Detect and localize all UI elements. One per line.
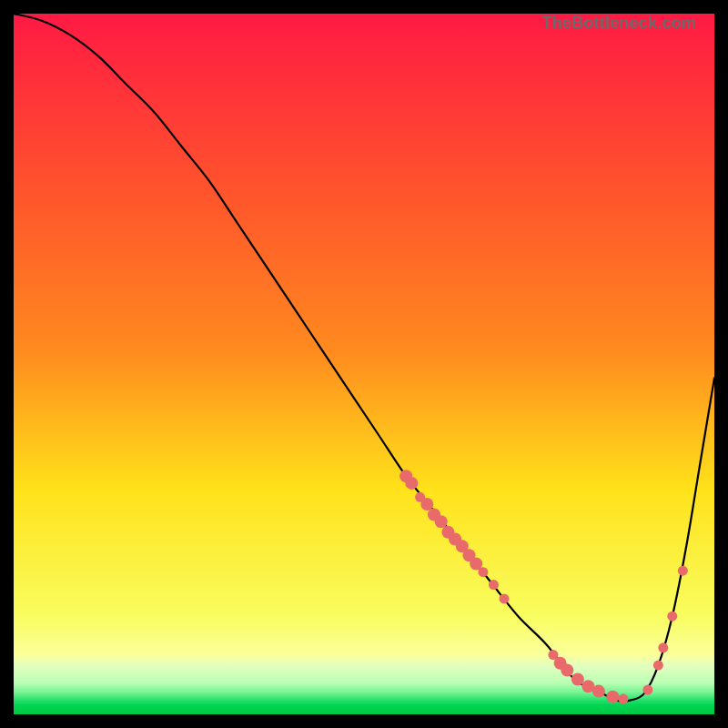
curve-marker	[500, 593, 510, 603]
band-line	[14, 703, 714, 703]
band-line	[14, 644, 714, 645]
band-line	[14, 680, 714, 681]
curve-marker	[606, 691, 619, 703]
curve-marker	[571, 673, 584, 686]
curve-marker	[678, 566, 688, 576]
curve-marker	[489, 580, 499, 590]
chart-svg	[14, 14, 714, 714]
curve-marker	[435, 515, 448, 528]
curve-marker	[478, 567, 488, 577]
curve-marker	[658, 642, 668, 652]
band-line	[14, 668, 714, 669]
curve-marker	[618, 694, 628, 704]
curve-marker	[667, 612, 677, 622]
curve-marker	[642, 685, 652, 695]
curve-marker	[420, 498, 433, 511]
chart-background	[14, 14, 714, 714]
curve-marker	[653, 661, 663, 671]
curve-marker	[592, 685, 605, 698]
band-line	[14, 656, 714, 657]
curve-marker	[405, 477, 418, 490]
watermark-text: TheBottleneck.com	[542, 14, 696, 33]
chart-area: TheBottleneck.com	[14, 14, 714, 714]
curve-marker	[561, 663, 573, 676]
